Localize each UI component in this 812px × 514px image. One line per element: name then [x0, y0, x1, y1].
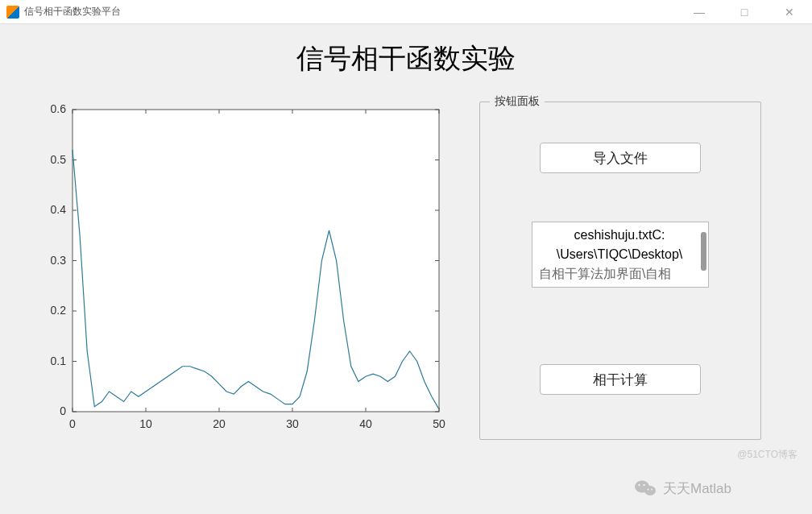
close-button[interactable]: ✕ — [773, 1, 806, 23]
svg-point-41 — [644, 486, 656, 495]
page-title: 信号相干函数实验 — [28, 40, 784, 77]
chart-axes: 00.10.20.30.40.50.601020304050 — [28, 102, 447, 440]
chart-svg: 00.10.20.30.40.50.601020304050 — [28, 102, 447, 440]
maximize-button[interactable]: □ — [728, 1, 760, 23]
svg-text:0.2: 0.2 — [51, 304, 67, 317]
svg-text:0.4: 0.4 — [51, 203, 67, 216]
watermark-wechat-text: 天天Matlab — [663, 479, 731, 498]
file-text-line: ceshishuju.txtC: — [539, 226, 700, 245]
file-path-display[interactable]: ceshishuju.txtC: \Users\TIQC\Desktop\ 自相… — [532, 222, 709, 288]
svg-point-45 — [651, 489, 652, 491]
watermark-blog: @51CTO博客 — [737, 448, 798, 462]
file-text-line: \Users\TIQC\Desktop\ — [539, 245, 700, 264]
svg-text:0.3: 0.3 — [51, 254, 67, 267]
watermark-wechat: 天天Matlab — [634, 479, 731, 498]
main-content: 信号相干函数实验 00.10.20.30.40.50.601020304050 … — [0, 24, 812, 440]
svg-text:0: 0 — [60, 404, 66, 417]
button-panel: 按钮面板 导入文件 ceshishuju.txtC: \Users\TIQC\D… — [479, 102, 761, 440]
compute-button[interactable]: 相干计算 — [540, 364, 701, 395]
svg-point-44 — [647, 489, 648, 491]
svg-text:30: 30 — [286, 417, 299, 430]
svg-text:0.6: 0.6 — [51, 102, 67, 115]
import-file-button[interactable]: 导入文件 — [540, 143, 701, 173]
panel-legend: 按钮面板 — [490, 94, 545, 109]
svg-text:50: 50 — [433, 417, 445, 430]
svg-text:0.5: 0.5 — [51, 153, 67, 166]
window-titlebar: 信号相干函数实验平台 — □ ✕ — [0, 0, 812, 24]
scrollbar-thumb[interactable] — [701, 232, 706, 271]
svg-text:0.1: 0.1 — [51, 354, 67, 367]
wechat-icon — [634, 479, 657, 498]
window-controls: — □ ✕ — [683, 1, 806, 23]
minimize-button[interactable]: — — [683, 1, 715, 23]
svg-point-42 — [638, 484, 640, 486]
svg-rect-0 — [72, 110, 439, 412]
svg-text:10: 10 — [139, 417, 152, 430]
body-row: 00.10.20.30.40.50.601020304050 按钮面板 导入文件… — [28, 102, 784, 440]
matlab-app-icon — [6, 6, 19, 19]
svg-point-43 — [643, 484, 644, 486]
svg-text:20: 20 — [213, 417, 226, 430]
svg-text:0: 0 — [69, 417, 76, 430]
file-text-line: 自相干算法加界面\自相 — [539, 264, 700, 284]
window-title: 信号相干函数实验平台 — [24, 5, 683, 19]
svg-text:40: 40 — [359, 417, 372, 430]
